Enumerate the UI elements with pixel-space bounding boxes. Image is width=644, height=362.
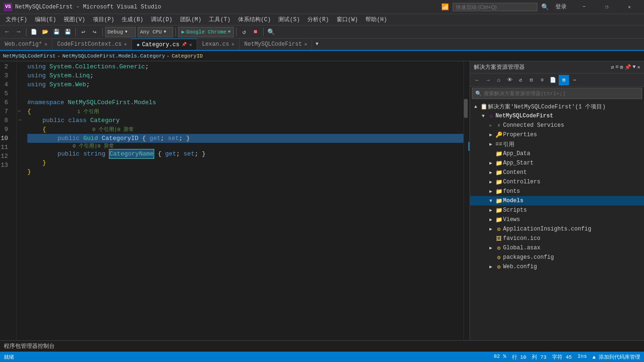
tree-webconfig[interactable]: ▶ ⚙ Web.config <box>470 262 644 272</box>
se-preview-btn[interactable]: ⊞ <box>620 64 623 70</box>
se-pin-btn[interactable]: 📌 <box>625 64 631 70</box>
main-area: 2 3 4 5 6 7 8 9 10 11 12 13 ─ ─ <box>0 61 644 340</box>
tree-packages[interactable]: ⚙ packages.config <box>470 253 644 262</box>
menu-edit[interactable]: 编辑(E) <box>31 14 60 25</box>
tree-properties[interactable]: ▶ 🔑 Properties <box>470 130 644 140</box>
tree-scripts[interactable]: ▶ 📁 Scripts <box>470 206 644 215</box>
close-button[interactable]: ✕ <box>619 0 640 14</box>
redo-button[interactable]: ↪ <box>90 27 100 37</box>
menu-view[interactable]: 视图(V) <box>60 14 89 25</box>
tree-global[interactable]: ▶ ⚙ Global.asax <box>470 243 644 253</box>
editor-scrollbar[interactable] <box>463 61 468 340</box>
se-showall-btn[interactable]: 👁 <box>504 75 515 85</box>
connected-services-label: Connected Services <box>503 122 564 129</box>
open-button[interactable]: 📂 <box>40 27 50 37</box>
menu-analyze[interactable]: 分析(R) <box>304 14 333 25</box>
se-view-btn[interactable]: ⊞ <box>559 75 569 85</box>
tree-fonts[interactable]: ▶ 📁 fonts <box>470 187 644 196</box>
tab-dropdown-arrow[interactable]: ▼ <box>312 39 322 50</box>
webconfig-label: Web.config <box>503 263 537 270</box>
tab-lexan[interactable]: Lexan.cs ✕ <box>197 39 239 50</box>
se-dropdown-btn[interactable]: ▼ <box>633 64 636 70</box>
menu-tools[interactable]: 工具(T) <box>205 14 234 25</box>
path-arrow-2: ▸ <box>167 53 170 59</box>
project-expand-icon: ▼ <box>479 114 487 119</box>
save-button[interactable]: 💾 <box>51 27 62 37</box>
menu-team[interactable]: 团队(M) <box>176 14 206 25</box>
se-collapse-btn[interactable]: ⊟ <box>526 75 537 85</box>
ready-label: 就绪 <box>4 354 14 361</box>
tree-connected-services[interactable]: ▶ ⚡ Connected Services <box>470 121 644 130</box>
tree-content[interactable]: ▶ 📁 Content <box>470 168 644 177</box>
start-debug-button[interactable]: ▶ Google Chrome ▼ <box>178 27 234 37</box>
collapse-class-btn[interactable]: ─ <box>19 118 22 123</box>
tree-views[interactable]: ▶ 📁 Views <box>470 215 644 224</box>
tree-project[interactable]: ▼ ⚙ NetMySQLCodeFirst <box>470 111 644 121</box>
menu-arch[interactable]: 体系结构(C) <box>234 14 275 25</box>
forward-button[interactable]: → <box>13 27 24 37</box>
webconfig-icon: ⚙ <box>495 263 503 271</box>
scripts-label: Scripts <box>503 207 527 214</box>
zoom-level[interactable]: 82 % <box>494 354 506 361</box>
code-line-11: public string CategoryName { get; set; } <box>27 149 463 158</box>
tab-codefirstcontext-close[interactable]: ✕ <box>124 41 127 47</box>
row-indicator: 行 10 <box>512 354 527 361</box>
tree-solution[interactable]: ▲ 📋 解决方案'NetMySQLCodeFirst'(1 个项目) <box>470 102 644 111</box>
se-sync-btn[interactable]: ⇄ <box>611 64 614 70</box>
menu-debug[interactable]: 调试(D) <box>147 14 176 25</box>
minimize-button[interactable]: ─ <box>573 0 595 14</box>
stop-button[interactable]: ■ <box>250 27 261 37</box>
tree-models[interactable]: ▼ 📁 Models <box>470 196 644 206</box>
properties-folder-icon: 🔑 <box>495 132 503 139</box>
menu-help[interactable]: 帮助(H) <box>362 14 391 25</box>
undo-button[interactable]: ↩ <box>78 27 89 37</box>
path-member[interactable]: CategoryID <box>172 53 203 59</box>
code-editor[interactable]: using System.Collections.Generic; using … <box>25 61 463 340</box>
tree-appinsights[interactable]: ▶ ⚙ ApplicationInsights.config <box>470 224 644 234</box>
menu-file[interactable]: 文件(F) <box>2 14 31 25</box>
tab-project[interactable]: NetMySQLCodeFirst ✕ <box>239 39 312 50</box>
path-project[interactable]: NetMySQLCodeFirst <box>3 53 56 59</box>
refresh-button[interactable]: ↺ <box>239 27 249 37</box>
se-newfile-btn[interactable]: 📄 <box>548 75 558 85</box>
se-properties-btn[interactable]: ≡ <box>616 64 619 70</box>
tab-webconfig-close[interactable]: ✕ <box>44 41 47 47</box>
quick-launch-input[interactable] <box>453 3 537 11</box>
tab-webconfig[interactable]: Web.config* ✕ <box>0 39 52 50</box>
path-namespace[interactable]: NetMySQLCodeFirst.Models.Category <box>62 53 165 59</box>
se-toolbar: ← → ⌂ 👁 ↺ ⊟ ≡ 📄 ⊞ ⋯ <box>470 74 644 87</box>
se-back-btn[interactable]: ← <box>472 75 482 85</box>
new-file-button[interactable]: 📄 <box>29 27 39 37</box>
app-data-label: App_Data <box>503 150 530 157</box>
menu-project[interactable]: 项目(P) <box>89 14 118 25</box>
back-button[interactable]: ← <box>2 27 12 37</box>
fonts-icon: 📁 <box>495 188 503 195</box>
se-refresh-btn[interactable]: ↺ <box>515 75 526 85</box>
tree-app-data[interactable]: 📁 App_Data <box>470 149 644 158</box>
se-more-btn[interactable]: ⋯ <box>570 75 580 85</box>
se-props-btn[interactable]: ≡ <box>537 75 547 85</box>
output-label[interactable]: 程序包管理器控制台 <box>4 342 55 350</box>
login-button[interactable]: 登录 <box>553 3 570 11</box>
se-home-btn[interactable]: ⌂ <box>494 75 504 85</box>
tree-app-start[interactable]: ▶ 📁 App_Start <box>470 158 644 168</box>
se-forward-btn[interactable]: → <box>483 75 493 85</box>
menu-test[interactable]: 测试(S) <box>274 14 304 25</box>
tab-codefirstcontext[interactable]: CodeFirstContext.cs ✕ <box>52 39 132 50</box>
tab-lexan-close[interactable]: ✕ <box>231 41 234 47</box>
add-to-codebase[interactable]: ▲ 添加到代码库管理 <box>593 354 640 361</box>
tab-project-close[interactable]: ✕ <box>304 41 307 47</box>
collapse-namespace-btn[interactable]: ─ <box>18 109 21 114</box>
se-close-btn[interactable]: ✕ <box>637 64 640 70</box>
tree-references[interactable]: ▶ ≡≡ 引用 <box>470 140 644 149</box>
cpu-config-dropdown[interactable]: Any CPU ▼ <box>138 27 173 37</box>
tab-category[interactable]: ◆ Category.cs 📌 ✕ <box>132 39 197 50</box>
menu-window[interactable]: 窗口(W) <box>333 14 362 25</box>
debug-config-dropdown[interactable]: Debug ▼ <box>105 27 136 37</box>
tree-controllers[interactable]: ▶ 📁 Controllers <box>470 177 644 187</box>
tree-favicon[interactable]: 🖼 favicon.ico <box>470 234 644 243</box>
restore-button[interactable]: ❐ <box>596 0 618 14</box>
tab-category-close[interactable]: ✕ <box>189 42 192 48</box>
menu-build[interactable]: 生成(B) <box>118 14 147 25</box>
save-all-button[interactable]: 💾 <box>63 27 73 37</box>
